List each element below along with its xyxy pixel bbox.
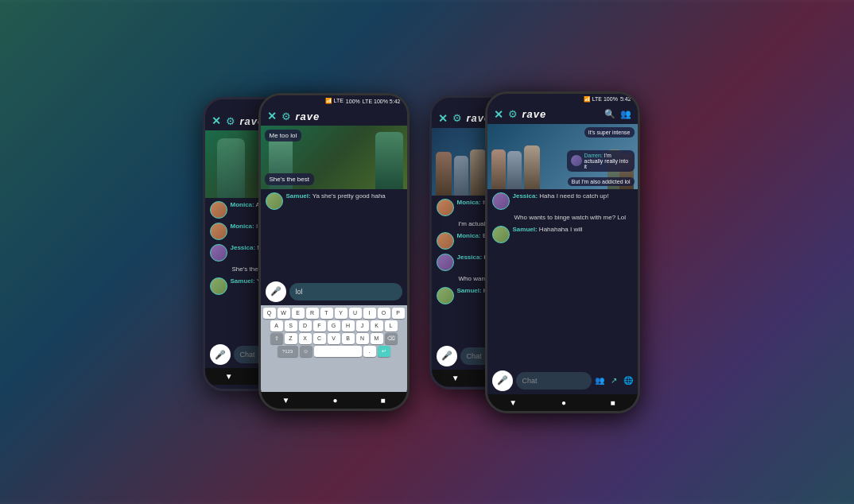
- nav-back-lb[interactable]: ▼: [225, 372, 233, 381]
- gear-icon-lb[interactable]: ⚙: [226, 115, 235, 127]
- chat-input-lf[interactable]: lol: [289, 283, 402, 300]
- key-f[interactable]: F: [313, 320, 326, 331]
- avatar-lb-5: [210, 277, 227, 295]
- left-front-phone: 📶 LTE 100% LTE 100% 5:42 ✕ ⚙ rave: [258, 93, 410, 411]
- chat-placeholder-rf: Chat: [522, 377, 538, 385]
- nav-back-lf[interactable]: ▼: [282, 396, 290, 405]
- key-t[interactable]: T: [320, 308, 333, 319]
- add-user-icon-rf[interactable]: 👥: [595, 376, 604, 385]
- key-h[interactable]: H: [342, 320, 355, 331]
- mic-btn-lf[interactable]: 🎤: [266, 281, 286, 302]
- float-msg-rf-2: Darren: I'm actually really into it: [567, 150, 635, 172]
- key-c[interactable]: C: [313, 333, 326, 344]
- key-p[interactable]: P: [392, 308, 405, 319]
- key-nums[interactable]: ?123: [278, 346, 298, 357]
- left-phone-group: 📶 LTE 100% 5:42 ✕ ⚙ rave vors: [215, 93, 410, 411]
- key-enter[interactable]: ↵: [378, 346, 390, 357]
- avatar-rb-3: [437, 232, 454, 250]
- msg-rf-1: Jessica: Haha I need to catch up!: [492, 192, 633, 210]
- gear-icon-lf[interactable]: ⚙: [281, 110, 291, 122]
- key-d[interactable]: D: [299, 320, 312, 331]
- close-btn-lf[interactable]: ✕: [267, 110, 277, 122]
- key-s[interactable]: S: [285, 320, 297, 331]
- time-lf: LTE 100% 5:42: [363, 99, 401, 104]
- key-k[interactable]: K: [371, 320, 383, 331]
- key-backspace[interactable]: ⌫: [385, 333, 398, 344]
- mic-btn-lb[interactable]: 🎤: [210, 344, 231, 365]
- key-i[interactable]: I: [363, 308, 376, 319]
- bottom-action-icons-rf: 👥 ↗ 🌐: [595, 376, 633, 385]
- float-msg-lf-1: Me too lol: [265, 130, 302, 142]
- chat-input-text-lf: lol: [296, 288, 303, 296]
- nav-recent-lf[interactable]: ■: [380, 396, 385, 405]
- nav-recent-rf[interactable]: ■: [611, 398, 615, 407]
- key-space[interactable]: [314, 346, 362, 357]
- share-icon-rf[interactable]: ↗: [611, 376, 617, 385]
- keyboard: Q W E R T Y U I O P A S D: [261, 305, 407, 393]
- input-bar-lf: 🎤 lol: [261, 278, 407, 305]
- close-btn-rb[interactable]: ✕: [438, 112, 448, 125]
- close-btn-rf[interactable]: ✕: [494, 108, 503, 121]
- video-thumb-rf: It's super intense Darren: I'm actually …: [487, 124, 638, 189]
- nav-home-rf[interactable]: ●: [561, 398, 566, 407]
- key-n[interactable]: N: [356, 333, 369, 344]
- key-w[interactable]: W: [278, 308, 290, 319]
- rave-logo-rf: rave: [522, 108, 547, 120]
- avatar-lb-1: [210, 201, 227, 219]
- globe-icon-rf[interactable]: 🌐: [623, 376, 633, 385]
- key-a[interactable]: A: [270, 320, 283, 331]
- avatar-rb-6: [437, 287, 454, 304]
- gear-icon-rb[interactable]: ⚙: [452, 112, 462, 124]
- app-header-rf: ✕ ⚙ rave 🔍 👥: [487, 105, 638, 124]
- extra-icons-rf: 🔍 👥: [604, 109, 631, 119]
- key-v[interactable]: V: [328, 333, 340, 344]
- key-q[interactable]: Q: [263, 308, 276, 319]
- right-front-phone: 📶 LTE 100% 5:42 ✕ ⚙ rave 🔍 👥: [485, 91, 640, 413]
- mic-btn-rf[interactable]: 🎤: [492, 370, 513, 391]
- msg-row-lf-1: Samuel: Ya she's pretty good haha: [266, 192, 402, 210]
- key-g[interactable]: G: [328, 320, 340, 331]
- key-shift[interactable]: ⇧: [270, 333, 283, 344]
- users-icon-rf[interactable]: 👥: [620, 109, 631, 119]
- left-front-screen: 📶 LTE 100% LTE 100% 5:42 ✕ ⚙ rave: [261, 95, 407, 409]
- chat-area-rf: Jessica: Haha I need to catch up! Who wa…: [487, 189, 638, 367]
- main-scene: 📶 LTE 100% 5:42 ✕ ⚙ rave vors: [0, 0, 854, 504]
- nav-back-rf[interactable]: ▼: [509, 398, 517, 407]
- rave-logo-lf: rave: [296, 110, 320, 122]
- key-x[interactable]: X: [299, 333, 312, 344]
- key-u[interactable]: U: [349, 308, 362, 319]
- right-phone-group: 📶 LTE 100% 5:42 ✕ ⚙ rave: [441, 91, 640, 413]
- key-e[interactable]: E: [292, 308, 305, 319]
- nav-home-lf[interactable]: ●: [332, 396, 337, 405]
- key-y[interactable]: Y: [335, 308, 347, 319]
- key-m[interactable]: M: [371, 333, 383, 344]
- close-btn-lb[interactable]: ✕: [212, 114, 221, 127]
- msg-rf-3: Samuel: Hahahaha I will: [492, 226, 633, 243]
- gear-icon-rf[interactable]: ⚙: [508, 108, 518, 120]
- input-bar-rf: 🎤 Chat 👥 ↗ 🌐: [487, 367, 638, 394]
- key-j[interactable]: J: [356, 320, 369, 331]
- avatar-lb-2: [210, 223, 227, 240]
- avatar-rf-3: [492, 226, 510, 243]
- key-l[interactable]: L: [385, 320, 398, 331]
- key-z[interactable]: Z: [285, 333, 297, 344]
- chat-input-rf[interactable]: Chat: [516, 372, 592, 390]
- chat-placeholder-lb: Chat: [240, 351, 255, 359]
- float-msg-rf-1: It's super intense: [584, 127, 635, 138]
- key-period[interactable]: .: [363, 346, 376, 357]
- search-icon-rf[interactable]: 🔍: [604, 109, 615, 119]
- kb-row-2: A S D F G H J K L: [262, 320, 406, 331]
- key-b[interactable]: B: [342, 333, 355, 344]
- kb-row-1: Q W E R T Y U I O P: [262, 308, 406, 319]
- key-r[interactable]: R: [306, 308, 319, 319]
- mic-btn-rb[interactable]: 🎤: [437, 346, 457, 366]
- chat-area-lf: Samuel: Ya she's pretty good haha: [261, 189, 407, 278]
- nav-back-rb[interactable]: ▼: [452, 374, 460, 382]
- chat-placeholder-rb: Chat: [467, 352, 482, 360]
- float-msg-lf-2: She's the best: [265, 173, 314, 185]
- time-rf: 5:42: [620, 96, 631, 102]
- key-emoji[interactable]: ☺: [300, 346, 312, 357]
- avatar-lf-1: [266, 192, 283, 210]
- battery-lf: 100%: [346, 99, 360, 104]
- key-o[interactable]: O: [378, 308, 390, 319]
